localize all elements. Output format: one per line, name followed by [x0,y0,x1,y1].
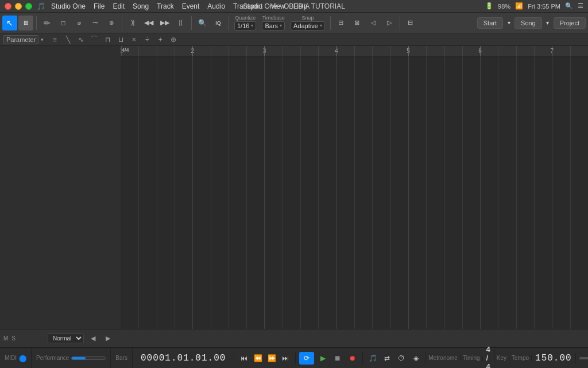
position-section: 00001.01.01.00 [133,353,234,363]
menu-studioone[interactable]: Studio One [48,1,89,12]
close-button[interactable] [5,3,11,10]
midi-label: MIDI [5,355,17,361]
timebase-value[interactable]: Bars ▾ [262,21,285,30]
snap-value[interactable]: Adaptive ▾ [291,21,325,30]
param-icon-0[interactable]: ≡ [48,34,61,45]
grid-beat-3-2 [372,46,373,329]
tool-separator-3 [191,16,192,30]
param-label-btn[interactable]: Parameter [3,35,38,44]
bend-tool[interactable]: 〜 [88,16,103,30]
performance-label: Performance [36,355,69,361]
song-btn[interactable]: Song [514,17,542,29]
pointer-tool[interactable]: ↖ [2,16,17,30]
iq-btn[interactable]: IQ [211,16,226,30]
multiselect-tool[interactable]: ⊞ [18,16,33,30]
m-label: M [3,335,8,342]
channel-btn[interactable]: ⊟ [334,16,349,30]
loop-btn[interactable]: ⟳ [299,352,314,365]
param-icon-2[interactable]: ∿ [75,34,87,45]
midi-section: MIDI ⬤ [0,348,32,368]
mute-tool[interactable]: ⊗ [104,16,119,30]
menu-song[interactable]: Song [129,1,152,12]
param-icon-9[interactable]: ⊕ [167,34,180,45]
rewind-transport-btn[interactable]: ⏪ [252,352,264,365]
app-icon: 🎵 [37,2,45,10]
arrow-right-btn[interactable]: ▷ [382,16,397,30]
grid-beat-4-2 [444,46,445,329]
metronome-icon[interactable]: 🎵 [366,352,379,365]
param-icon-5[interactable]: ⊔ [114,34,127,45]
maximize-button[interactable] [25,3,32,10]
scroll-right-btn[interactable]: ▶ [102,334,114,344]
piano-roll-area[interactable]: 4/4 1234567 [121,46,588,329]
metronome-section: Metronome [426,355,461,361]
project-btn-arrow[interactable]: ▾ [543,17,552,29]
loop-back-btn[interactable]: ⟩| [125,16,140,30]
pencil-tool[interactable]: ✏ [40,16,55,30]
timebase-label: Timebase [262,16,285,21]
param-bar: Parameter ▾ ≡ ╲ ∿ ⌒ ⊓ ⊔ × ÷ + ⊕ [0,33,588,46]
param-icon-1[interactable]: ╲ [61,34,74,45]
mode-select[interactable]: Normal [48,334,84,343]
fast-forward-transport-btn[interactable]: ⏩ [265,352,278,365]
scroll-left-btn[interactable]: ◀ [87,334,99,344]
minimize-button[interactable] [15,3,22,10]
tempo-slider-section: ● [576,355,588,361]
eraser-tool[interactable]: ◻ [56,16,71,30]
mix-btn[interactable]: ⊟ [403,16,418,30]
split-tool[interactable]: ⌀ [72,16,87,30]
menu-event[interactable]: Event [179,1,203,12]
search-icon[interactable]: 🔍 [565,2,573,10]
snap-label: Snap [301,16,314,21]
title-bar: 🎵 Studio One File Edit Song Track Event … [0,0,588,13]
timebase-group: Timebase Bars ▾ [262,16,285,30]
window-controls [5,3,32,10]
tempo-slider[interactable] [579,357,588,359]
param-icon-7[interactable]: ÷ [141,34,153,45]
grid-beat-6-1 [570,46,571,329]
stop-btn[interactable]: ⏹ [331,352,344,365]
go-end-btn[interactable]: ⏭ [279,352,292,365]
param-icon-4[interactable]: ⊓ [101,34,114,45]
grid-bar-6 [552,46,552,329]
grid-bar-3 [336,46,337,329]
tempo-display: 150.00 [535,353,572,363]
param-icon-8[interactable]: + [154,34,167,45]
rewind-btn[interactable]: ◀◀ [141,16,156,30]
nav-right: Start ▾ Song ▾ Project [477,17,586,29]
menu-file[interactable]: File [90,1,108,12]
menu-icon[interactable]: ☰ [578,2,583,10]
extra-icon[interactable]: ◈ [409,352,422,365]
quantize-value[interactable]: 1/16 ▾ [234,21,256,30]
midi-icon: ⬤ [19,354,26,362]
fast-forward-btn[interactable]: ▶▶ [157,16,172,30]
battery-percent: 98% [498,3,510,10]
loop-end-btn[interactable]: |⟨ [173,16,188,30]
song-btn-arrow[interactable]: ▾ [504,17,513,29]
zoom-btn[interactable]: 🔍 [195,16,210,30]
tempo-label: Tempo [512,355,529,361]
wifi-icon: 📶 [515,2,523,10]
record-btn[interactable]: ⏺ [346,352,359,365]
sync-icon[interactable]: ⇄ [381,352,393,365]
menu-edit[interactable]: Edit [109,1,128,12]
settings-btn[interactable]: ⊠ [350,16,365,30]
main-area: 4/4 1234567 [0,46,588,329]
tempo-section: Tempo [509,355,532,361]
arrow-left-btn[interactable]: ◁ [366,16,381,30]
param-icon-6[interactable]: × [127,34,140,45]
param-arrow[interactable]: ▾ [41,37,44,43]
grid-beat-3-1 [354,46,355,329]
play-btn[interactable]: ▶ [316,352,329,365]
clock-icon[interactable]: ⏱ [395,352,408,365]
menu-track[interactable]: Track [153,1,177,12]
grid-beat-1-3 [246,46,247,329]
param-icon-3[interactable]: ⌒ [88,34,100,45]
go-start-btn[interactable]: ⏮ [238,352,250,365]
start-btn[interactable]: Start [477,17,503,29]
grid-bar-0 [121,46,121,329]
project-btn[interactable]: Project [554,17,586,29]
performance-bar [71,356,106,360]
timing-section: Timing [461,355,483,361]
menu-audio[interactable]: Audio [204,1,229,12]
